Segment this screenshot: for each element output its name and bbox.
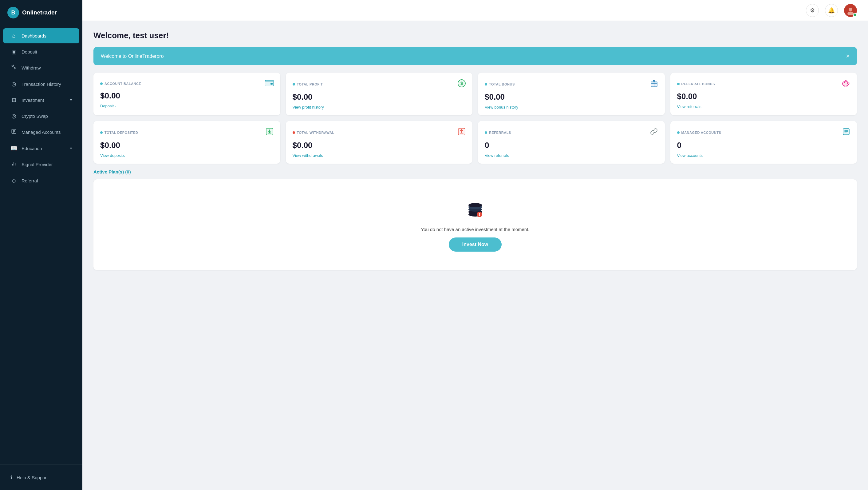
dot-indicator [292, 131, 295, 134]
total-bonus-card: TOTAL BONUS $0.00 View bonus history [478, 73, 665, 115]
sidebar-item-label: Transaction History [22, 82, 72, 87]
sidebar-item-label: Managed Accounts [22, 129, 72, 135]
referral-bonus-label: REFERRAL BONUS [677, 82, 715, 86]
sidebar-item-label: Deposit [22, 49, 72, 54]
view-referrals-link[interactable]: View referrals [677, 104, 702, 109]
gear-icon: ⚙ [810, 7, 815, 14]
profit-history-link[interactable]: View profit history [292, 105, 324, 110]
sidebar-item-label: Education [22, 146, 66, 151]
svg-point-19 [847, 82, 849, 84]
empty-investment-state: ! You do not have an active investment a… [93, 179, 857, 270]
view-accounts-link[interactable]: View accounts [677, 153, 703, 158]
crypto-swap-icon: ◎ [10, 113, 17, 119]
piggy-bank-icon [842, 79, 850, 89]
dot-indicator [677, 83, 680, 85]
sidebar-item-label: Signal Provider [22, 162, 72, 167]
sidebar-item-deposit[interactable]: ▣ Deposit [3, 44, 79, 59]
sidebar-item-label: Dashboards [22, 33, 72, 38]
svg-point-20 [844, 82, 845, 83]
svg-rect-12 [271, 83, 273, 85]
deposit-link[interactable]: Deposit - [100, 104, 116, 108]
home-icon: ⌂ [10, 33, 17, 39]
chevron-down-icon: ▾ [70, 98, 72, 102]
wallet-icon [265, 79, 274, 88]
sidebar-item-dashboards[interactable]: ⌂ Dashboards [3, 28, 79, 44]
total-profit-card: TOTAL PROFIT $ $0.00 View profit history [286, 73, 473, 115]
dot-indicator [485, 131, 487, 134]
online-indicator [853, 13, 857, 17]
empty-state-text: You do not have an active investment at … [421, 227, 530, 232]
sidebar-item-referral[interactable]: ◇ Referral [3, 173, 79, 188]
referrals-value: 0 [485, 141, 658, 150]
svg-point-35 [468, 203, 482, 207]
invest-now-button[interactable]: Invest Now [449, 237, 502, 252]
sidebar-item-managed-accounts[interactable]: Managed Accounts [3, 124, 79, 140]
avatar[interactable] [844, 4, 857, 17]
sidebar-item-education[interactable]: 📖 Education ▾ [3, 141, 79, 156]
logo-area: B Onlinetrader [0, 0, 82, 25]
referrals-card: REFERRALS 0 View referrals [478, 121, 665, 164]
deposit-icon: ▣ [10, 48, 17, 55]
svg-text:$: $ [460, 81, 463, 86]
sidebar-footer: ℹ Help & Support [0, 464, 82, 490]
bonus-history-link[interactable]: View bonus history [485, 105, 518, 110]
account-balance-value: $0.00 [100, 91, 274, 100]
svg-line-0 [12, 66, 16, 68]
view-withdrawals-link[interactable]: View withdrawals [292, 153, 323, 158]
sidebar-item-label: Referral [22, 178, 72, 183]
dot-indicator [100, 131, 103, 134]
total-withdrawal-value: $0.00 [292, 141, 466, 150]
notifications-button[interactable]: 🔔 [825, 4, 838, 17]
sidebar-item-crypto-swap[interactable]: ◎ Crypto Swap [3, 108, 79, 124]
stats-row-2: TOTAL DEPOSITED $0.00 View deposits TOTA… [93, 121, 857, 164]
svg-text:!: ! [479, 212, 480, 217]
total-bonus-label: TOTAL BONUS [485, 82, 515, 86]
withdraw-icon [10, 64, 17, 71]
settings-button[interactable]: ⚙ [806, 4, 819, 17]
account-balance-card: ACCOUNT BALANCE $0.00 Deposit - [93, 73, 280, 115]
managed-accounts-value: 0 [677, 141, 850, 150]
managed-accounts-label: MANAGED ACCOUNTS [677, 131, 721, 135]
dot-indicator [292, 83, 295, 86]
sidebar-item-label: Investment [22, 97, 66, 103]
help-support-item[interactable]: ℹ Help & Support [3, 470, 79, 485]
dot-indicator [485, 83, 487, 86]
view-referrals-link2[interactable]: View referrals [485, 153, 509, 158]
main-area: ⚙ 🔔 Welcome, test user! Welcome to Onlin… [82, 0, 868, 490]
total-profit-value: $0.00 [292, 92, 466, 102]
download-icon [266, 128, 274, 138]
managed-accounts-icon [10, 128, 17, 136]
active-plans-title[interactable]: Active Plan(s) (0) [93, 169, 857, 174]
referral-bonus-value: $0.00 [677, 92, 850, 101]
link-icon [650, 128, 658, 138]
view-deposits-link[interactable]: View deposits [100, 153, 125, 158]
investment-icon: ⊞ [10, 96, 17, 103]
sidebar-item-transaction-history[interactable]: ◷ Transaction History [3, 76, 79, 92]
total-withdrawal-card: TOTAL WITHDRAWAL $0.00 View withdrawals [286, 121, 473, 164]
banner-text: Welcome to OnlineTraderpro [101, 54, 164, 59]
sidebar-item-label: Withdraw [22, 65, 72, 70]
svg-point-9 [849, 7, 852, 11]
sidebar: B Onlinetrader ⌂ Dashboards ▣ Deposit Wi… [0, 0, 82, 490]
education-icon: 📖 [10, 145, 17, 152]
managed-accounts-card: MANAGED ACCOUNTS 0 View accounts [670, 121, 857, 164]
dot-indicator [100, 82, 103, 85]
referral-icon: ◇ [10, 177, 17, 184]
referrals-label: REFERRALS [485, 131, 511, 135]
total-deposited-label: TOTAL DEPOSITED [100, 131, 138, 135]
sidebar-item-signal-provider[interactable]: Signal Provider [3, 156, 79, 172]
bell-icon: 🔔 [828, 7, 835, 14]
total-profit-label: TOTAL PROFIT [292, 82, 323, 86]
no-investment-icon: ! [465, 198, 485, 221]
chevron-down-icon: ▾ [70, 146, 72, 150]
stats-row-1: ACCOUNT BALANCE $0.00 Deposit - TOTAL PR… [93, 73, 857, 115]
sidebar-item-investment[interactable]: ⊞ Investment ▾ [3, 92, 79, 108]
info-icon: ℹ [10, 474, 12, 480]
help-support-label: Help & Support [17, 475, 48, 480]
logo-text: Onlinetrader [22, 9, 57, 16]
referral-bonus-card: REFERRAL BONUS $0.00 View referrals [670, 73, 857, 115]
account-balance-label: ACCOUNT BALANCE [100, 82, 141, 86]
page-title: Welcome, test user! [93, 31, 857, 40]
banner-close-button[interactable]: × [846, 53, 849, 60]
sidebar-item-withdraw[interactable]: Withdraw [3, 60, 79, 76]
